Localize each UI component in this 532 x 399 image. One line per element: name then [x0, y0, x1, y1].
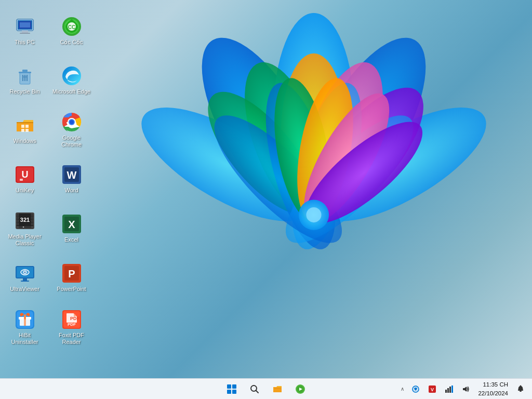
taskbar: ∧ V — [0, 378, 532, 399]
svg-text:P: P — [68, 268, 75, 280]
search-button[interactable] — [245, 380, 264, 398]
notification-icon — [516, 385, 525, 393]
recycle-bin-label: Recycle Bin — [9, 88, 39, 95]
chrome-label: Google Chrome — [51, 135, 91, 148]
desktop-icon-grid: This PC CC Cốc Cốc — [0, 5, 99, 378]
powerpoint-label: PowerPoint — [57, 286, 86, 292]
excel-label: Excel — [64, 236, 78, 243]
foxit-label: Foxit PDF Reader — [51, 332, 91, 345]
svg-rect-72 — [21, 281, 29, 282]
clock-time: 11:35 CH — [483, 380, 508, 389]
volume-button[interactable] — [458, 382, 473, 396]
windows-folder-label: Windows — [13, 138, 36, 144]
svg-point-108 — [520, 385, 522, 387]
svg-rect-103 — [447, 388, 449, 393]
desktop-icon-chrome[interactable]: Google Chrome — [49, 107, 94, 153]
svg-text:U: U — [21, 169, 28, 180]
desktop: This PC CC Cốc Cốc — [0, 0, 532, 378]
desktop-icon-ultraviewer[interactable]: UltraViewer — [3, 255, 47, 301]
svg-point-75 — [24, 272, 25, 273]
vitalsigns-icon: V — [428, 385, 436, 393]
desktop-icon-powerpoint[interactable]: P PowerPoint — [49, 255, 94, 301]
svg-rect-54 — [17, 217, 19, 219]
taskbar-center — [222, 380, 310, 398]
svg-rect-36 — [25, 125, 29, 128]
svg-rect-47 — [20, 179, 23, 181]
svg-rect-33 — [22, 70, 28, 72]
ultraviewer-label: UltraViewer — [10, 286, 39, 292]
svg-rect-71 — [23, 278, 27, 281]
taskbar-right: ∧ V — [398, 379, 532, 398]
svg-rect-62 — [19, 226, 31, 228]
desktop-icon-windows-folder[interactable]: Windows — [3, 107, 47, 153]
svg-rect-58 — [31, 217, 33, 219]
meet-now-button[interactable] — [408, 382, 423, 396]
unikey-label: UniKey — [16, 187, 34, 194]
show-hidden-icons-button[interactable]: ∧ — [398, 385, 406, 393]
svg-rect-35 — [21, 125, 24, 128]
svg-text:PDF: PDF — [68, 322, 76, 327]
potplayer-icon — [295, 384, 305, 394]
svg-rect-24 — [20, 33, 30, 34]
hibit-label: HiBit Uninstaller — [5, 332, 45, 345]
network-icon — [445, 385, 453, 393]
desktop-icon-foxit[interactable]: PDF PDF Foxit PDF Reader — [49, 304, 94, 351]
clock-date: 22/10/2024 — [478, 389, 508, 397]
svg-rect-105 — [451, 385, 453, 393]
start-button[interactable] — [222, 380, 241, 398]
coccoc-label: Cốc Cốc — [60, 39, 83, 46]
svg-text:V: V — [431, 387, 434, 392]
svg-rect-94 — [274, 388, 281, 389]
vitalsigns-button[interactable]: V — [425, 382, 440, 396]
svg-rect-38 — [25, 129, 29, 132]
svg-text:X: X — [68, 219, 75, 230]
edge-label: Microsoft Edge — [52, 88, 90, 95]
potplayer-button[interactable] — [291, 380, 310, 398]
svg-point-19 — [306, 207, 321, 222]
desktop-icon-edge[interactable]: Microsoft Edge — [49, 57, 94, 104]
svg-rect-32 — [19, 72, 31, 73]
svg-rect-26 — [20, 22, 30, 28]
svg-rect-59 — [31, 220, 33, 222]
desktop-icon-media-player[interactable]: 321 Media Player Classic — [3, 205, 47, 252]
svg-rect-60 — [31, 223, 33, 225]
file-explorer-button[interactable] — [268, 380, 287, 398]
chevron-up-icon: ∧ — [401, 386, 404, 392]
svg-point-34 — [62, 66, 81, 85]
windows-bloom — [137, 10, 490, 369]
desktop-icon-hibit[interactable]: HiBit Uninstaller — [3, 304, 47, 351]
file-explorer-icon — [272, 384, 283, 394]
svg-line-93 — [256, 390, 259, 393]
desktop-icon-word[interactable]: W Word — [49, 156, 94, 203]
svg-rect-37 — [21, 129, 24, 132]
svg-rect-107 — [520, 391, 522, 392]
volume-icon — [461, 385, 470, 393]
svg-marker-106 — [463, 387, 467, 392]
svg-text:321: 321 — [20, 217, 29, 223]
svg-rect-102 — [445, 390, 447, 393]
svg-text:PDF: PDF — [70, 316, 80, 321]
desktop-icon-unikey[interactable]: U UniKey — [3, 156, 47, 203]
notification-button[interactable] — [513, 382, 528, 396]
svg-point-43 — [70, 120, 74, 124]
svg-rect-84 — [24, 317, 26, 326]
search-icon — [250, 384, 259, 394]
svg-text:W: W — [66, 169, 76, 181]
desktop-icon-coccoc[interactable]: CC Cốc Cốc — [49, 8, 94, 55]
meet-now-icon — [411, 385, 420, 393]
desktop-icon-excel[interactable]: X Excel — [49, 205, 94, 252]
media-player-label: Media Player Classic — [5, 233, 45, 247]
svg-rect-57 — [31, 214, 33, 216]
clock-button[interactable]: 11:35 CH 22/10/2024 — [475, 379, 511, 398]
desktop-icon-this-pc[interactable]: This PC — [3, 8, 47, 55]
svg-rect-23 — [22, 31, 28, 33]
svg-rect-56 — [17, 223, 19, 225]
svg-rect-55 — [17, 220, 19, 222]
svg-rect-53 — [17, 214, 19, 216]
svg-text:CC: CC — [68, 24, 75, 30]
word-label: Word — [64, 187, 78, 194]
desktop-icon-recycle-bin[interactable]: Recycle Bin — [3, 57, 47, 104]
windows-logo-icon — [227, 384, 236, 394]
network-button[interactable] — [442, 382, 456, 396]
this-pc-label: This PC — [15, 39, 35, 46]
